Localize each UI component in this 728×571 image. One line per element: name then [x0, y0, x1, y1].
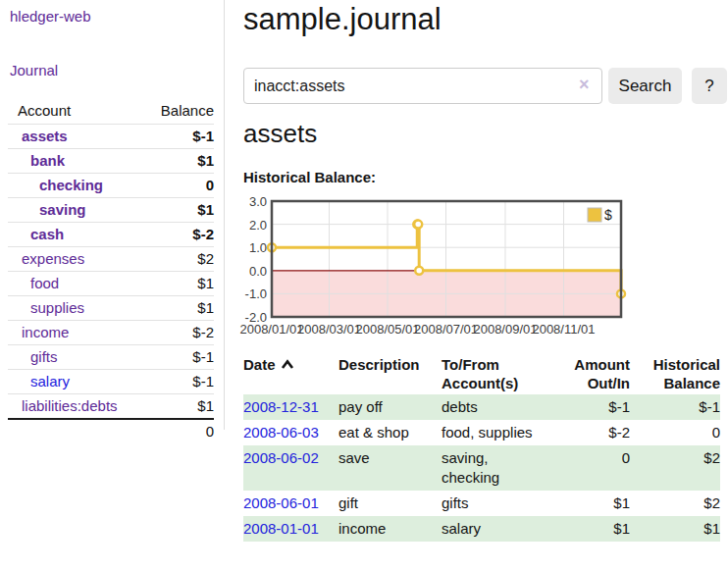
accounts-table-header: Account Balance: [8, 98, 214, 125]
account-balance: 0: [146, 174, 214, 198]
transaction-description: pay off: [338, 394, 442, 420]
balance-chart-svg: $3.02.01.00.0-1.0-2.02008/01/012008/03/0…: [235, 196, 728, 338]
transaction-date-link[interactable]: 2008-06-03: [243, 424, 319, 441]
accounts-total-row: 0: [8, 419, 214, 443]
x-axis-tick-label: 2008/11/01: [532, 322, 595, 337]
account-link-salary[interactable]: salary: [8, 373, 70, 389]
account-row: gifts$-1: [8, 345, 214, 370]
legend-label: $: [604, 207, 612, 223]
account-link-saving[interactable]: saving: [8, 201, 86, 218]
x-axis-tick-label: 2008/07/01: [414, 322, 478, 337]
x-axis-tick-label: 2008/09/01: [473, 322, 537, 337]
transaction-date-link[interactable]: 2008-06-02: [243, 449, 319, 466]
account-link-supplies[interactable]: supplies: [8, 299, 84, 316]
account-row: salary$-1: [8, 370, 214, 394]
account-link-liabilities-debts[interactable]: liabilities:debts: [8, 397, 118, 414]
column-header-tofrom: To/From Account(s): [442, 353, 567, 394]
y-axis-tick-label: 1.0: [249, 240, 267, 255]
account-row: income$-2: [8, 321, 214, 345]
x-axis-tick-label: 2008/01/01: [239, 322, 303, 337]
column-header-description: Description: [338, 353, 442, 394]
account-row: liabilities:debts$1: [8, 394, 214, 420]
search-input[interactable]: [243, 68, 602, 104]
y-axis-tick-label: 2.0: [249, 218, 267, 233]
account-balance: $1: [146, 296, 214, 321]
account-row: saving$1: [8, 198, 214, 223]
account-balance: $1: [146, 394, 214, 420]
register-header-row: Date Description To/From Account(s) Amou…: [243, 353, 720, 394]
transaction-amount: 0: [567, 445, 630, 491]
account-link-bank[interactable]: bank: [8, 152, 65, 169]
account-balance: $1: [146, 198, 214, 223]
account-link-assets[interactable]: assets: [8, 128, 68, 144]
transaction-date-link[interactable]: 2008-12-31: [243, 398, 319, 415]
account-balance: $-1: [146, 125, 214, 149]
transaction-accounts: salary: [442, 516, 567, 542]
clear-search-icon[interactable]: ×: [579, 76, 590, 93]
transaction-row: 2008-06-01giftgifts$1$2: [243, 491, 720, 516]
account-link-expenses[interactable]: expenses: [8, 250, 84, 267]
sidebar-divider: [224, 0, 225, 430]
account-balance: $-1: [146, 345, 214, 370]
transaction-amount: $1: [567, 491, 630, 516]
chart-title: Historical Balance:: [243, 169, 376, 185]
register-table: Date Description To/From Account(s) Amou…: [243, 353, 720, 542]
transaction-balance: $2: [630, 445, 720, 491]
page-title: sample.journal: [243, 2, 442, 37]
account-row: expenses$2: [8, 247, 214, 272]
transaction-amount: $1: [567, 516, 630, 542]
y-axis-tick-label: -1.0: [245, 286, 267, 301]
transaction-description: income: [338, 516, 442, 542]
account-balance: $1: [146, 149, 214, 174]
column-header-date[interactable]: Date: [243, 353, 338, 394]
transaction-date-link[interactable]: 2008-06-01: [243, 494, 319, 511]
account-link-cash[interactable]: cash: [8, 226, 64, 242]
historical-balance-chart: $3.02.01.00.0-1.0-2.02008/01/012008/03/0…: [235, 196, 728, 338]
account-link-food[interactable]: food: [8, 275, 59, 291]
x-axis-tick-label: 2008/03/01: [297, 322, 361, 337]
account-balance: $-2: [146, 321, 214, 345]
transaction-row: 2008-06-03eat & shopfood, supplies$-20: [243, 420, 720, 445]
transaction-balance: $-1: [630, 394, 720, 420]
column-header-balance: Historical Balance: [630, 353, 720, 394]
account-balance: $2: [146, 247, 214, 272]
account-link-checking[interactable]: checking: [8, 177, 103, 193]
transaction-description: eat & shop: [338, 420, 442, 445]
app-brand-link[interactable]: hledger-web: [10, 8, 91, 25]
sort-ascending-icon: [281, 355, 294, 374]
column-header-account: Account: [8, 98, 146, 125]
account-row: supplies$1: [8, 296, 214, 321]
account-heading: assets: [243, 119, 317, 149]
legend-swatch: [588, 208, 601, 222]
account-balance: $-1: [146, 370, 214, 394]
transaction-balance: $1: [630, 516, 720, 542]
column-header-amount: Amount Out/In: [567, 353, 630, 394]
help-button[interactable]: ?: [692, 68, 727, 104]
transaction-accounts: food, supplies: [442, 420, 567, 445]
transaction-row: 2008-01-01incomesalary$1$1: [243, 516, 720, 542]
account-balance: $1: [146, 272, 214, 296]
transaction-amount: $-1: [567, 394, 630, 420]
search-button[interactable]: Search: [608, 68, 682, 104]
accounts-total-spacer: [8, 419, 146, 443]
accounts-table: Account Balance assets$-1bank$1checking0…: [8, 98, 214, 443]
account-link-gifts[interactable]: gifts: [8, 348, 58, 365]
data-point-marker: [414, 221, 422, 229]
transaction-amount: $-2: [567, 420, 630, 445]
account-row: bank$1: [8, 149, 214, 174]
x-axis-tick-label: 2008/05/01: [355, 322, 419, 337]
account-row: assets$-1: [8, 125, 214, 149]
transaction-accounts: debts: [442, 394, 567, 420]
y-axis-tick-label: 0.0: [249, 264, 267, 279]
sidebar-item-journal[interactable]: Journal: [10, 62, 58, 78]
account-row: checking0: [8, 174, 214, 198]
account-row: food$1: [8, 272, 214, 296]
column-header-balance: Balance: [146, 98, 214, 125]
transaction-accounts: saving, checking: [442, 445, 567, 491]
transaction-date-link[interactable]: 2008-01-01: [243, 520, 319, 537]
account-row: cash$-2: [8, 223, 214, 247]
hledger-web-app: hledger-web Journal Account Balance asse…: [0, 0, 728, 571]
transaction-row: 2008-12-31pay offdebts$-1$-1: [243, 394, 720, 420]
account-link-income[interactable]: income: [8, 324, 69, 340]
accounts-total-value: 0: [146, 419, 214, 443]
